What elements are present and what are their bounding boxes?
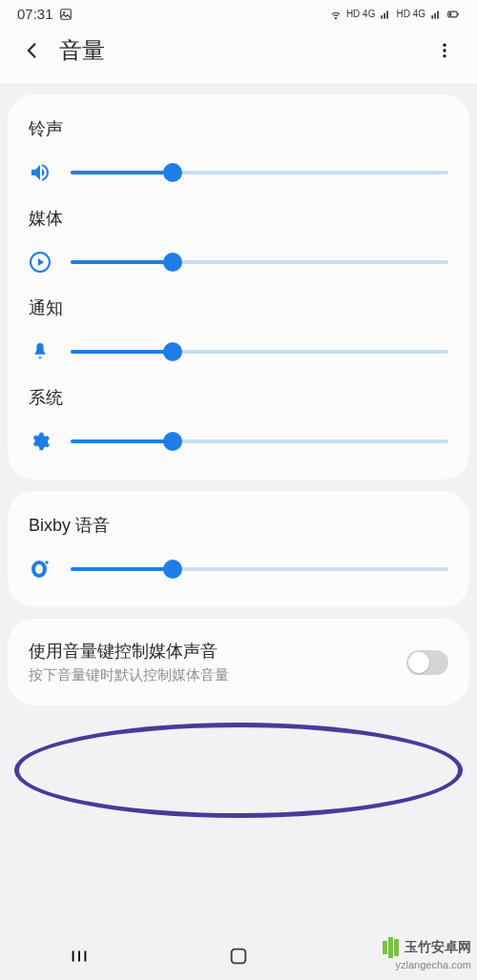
wifi-icon xyxy=(329,8,342,21)
bixby-slider[interactable] xyxy=(71,558,448,581)
status-right: HD 4G HD 4G xyxy=(329,8,460,21)
svg-point-17 xyxy=(45,561,48,563)
bell-icon xyxy=(29,340,52,363)
media-slider[interactable] xyxy=(71,251,448,274)
signal-icon-1 xyxy=(379,8,392,21)
svg-rect-6 xyxy=(434,12,436,18)
volume-label: 媒体 xyxy=(29,207,448,230)
volume-section-ringtone: 铃声 xyxy=(29,112,448,201)
svg-point-11 xyxy=(443,44,446,47)
volume-section-media: 媒体 xyxy=(29,201,448,291)
play-icon xyxy=(29,251,52,274)
home-icon xyxy=(228,946,249,967)
svg-rect-5 xyxy=(431,15,433,19)
svg-point-18 xyxy=(35,564,43,574)
page-title: 音量 xyxy=(59,35,431,66)
svg-rect-3 xyxy=(384,12,386,18)
bixby-card: Bixby 语音 xyxy=(8,491,469,607)
ringtone-slider[interactable] xyxy=(71,161,448,184)
svg-rect-2 xyxy=(382,15,384,19)
highlight-annotation xyxy=(14,723,463,818)
svg-rect-4 xyxy=(387,10,389,18)
gear-icon xyxy=(29,430,52,453)
net-indicator-2: HD 4G xyxy=(396,9,425,19)
volume-label: 通知 xyxy=(29,296,448,319)
nav-home-button[interactable] xyxy=(227,945,250,968)
toggle-title: 使用音量键控制媒体声音 xyxy=(29,640,406,663)
gallery-icon xyxy=(59,8,73,21)
svg-rect-20 xyxy=(78,951,80,962)
more-vert-icon xyxy=(435,41,454,60)
svg-point-1 xyxy=(63,11,65,13)
status-bar: 07:31 HD 4G HD 4G xyxy=(0,0,477,26)
status-left: 07:31 xyxy=(17,6,73,22)
bixby-icon xyxy=(29,558,52,581)
svg-rect-0 xyxy=(60,9,71,19)
svg-rect-7 xyxy=(437,10,439,18)
svg-rect-9 xyxy=(458,12,459,14)
media-key-switch[interactable] xyxy=(406,650,448,675)
switch-knob xyxy=(408,652,429,673)
back-button[interactable] xyxy=(19,37,46,64)
recents-icon xyxy=(69,946,90,967)
svg-point-12 xyxy=(443,49,446,51)
watermark-text: 玉竹安卓网 xyxy=(404,939,471,956)
volume-label: Bixby 语音 xyxy=(29,514,448,537)
clock: 07:31 xyxy=(17,6,53,22)
nav-recents-button[interactable] xyxy=(68,945,91,968)
volume-card: 铃声 媒体 通知 xyxy=(8,94,469,480)
svg-rect-21 xyxy=(85,951,87,962)
signal-icon-2 xyxy=(429,8,443,21)
battery-icon xyxy=(446,8,460,21)
watermark-url: yzlangecha.com xyxy=(396,959,472,970)
svg-rect-10 xyxy=(449,12,451,16)
svg-point-13 xyxy=(443,54,446,57)
volume-section-system: 系统 xyxy=(29,380,448,470)
net-indicator-1: HD 4G xyxy=(346,9,376,19)
notification-slider[interactable] xyxy=(71,340,448,363)
toggle-subtitle: 按下音量键时默认控制媒体音量 xyxy=(29,666,406,684)
volume-section-bixby: Bixby 语音 xyxy=(29,508,448,598)
volume-label: 铃声 xyxy=(29,117,448,140)
chevron-left-icon xyxy=(23,41,42,60)
volume-section-notification: 通知 xyxy=(29,291,448,380)
volume-icon xyxy=(29,161,52,184)
svg-rect-22 xyxy=(232,949,246,964)
header: 音量 xyxy=(0,26,477,83)
volume-label: 系统 xyxy=(29,386,448,409)
media-key-toggle-card: 使用音量键控制媒体声音 按下音量键时默认控制媒体音量 xyxy=(8,619,469,705)
watermark: 玉竹安卓网 yzlangecha.com xyxy=(383,937,471,970)
system-slider[interactable] xyxy=(71,430,448,453)
svg-rect-19 xyxy=(73,951,74,962)
more-button[interactable] xyxy=(431,37,458,64)
